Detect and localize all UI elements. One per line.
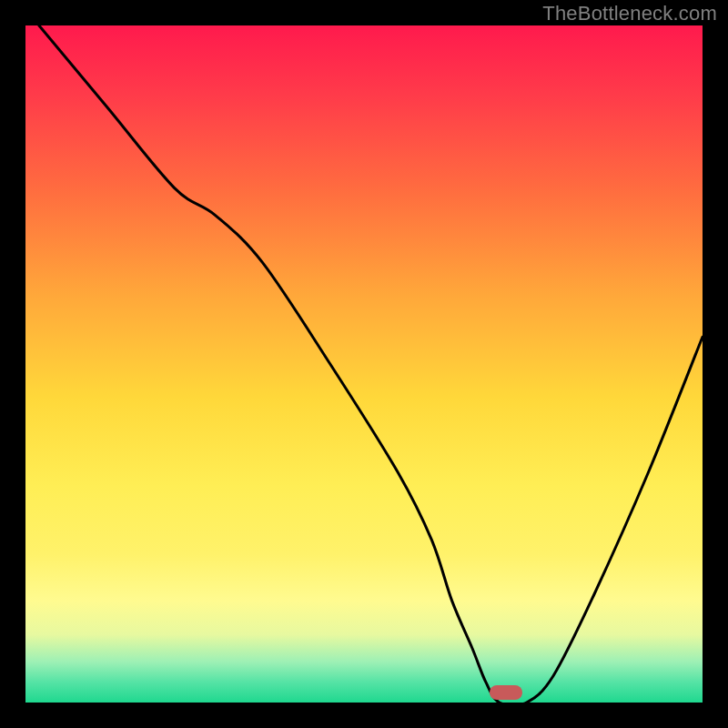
- optimum-marker: [490, 685, 522, 700]
- watermark-text: TheBottleneck.com: [542, 2, 717, 25]
- bottleneck-curve: [39, 25, 703, 703]
- plot-area: [25, 25, 703, 703]
- chart-frame: TheBottleneck.com: [0, 0, 728, 728]
- curve-layer: [25, 25, 703, 703]
